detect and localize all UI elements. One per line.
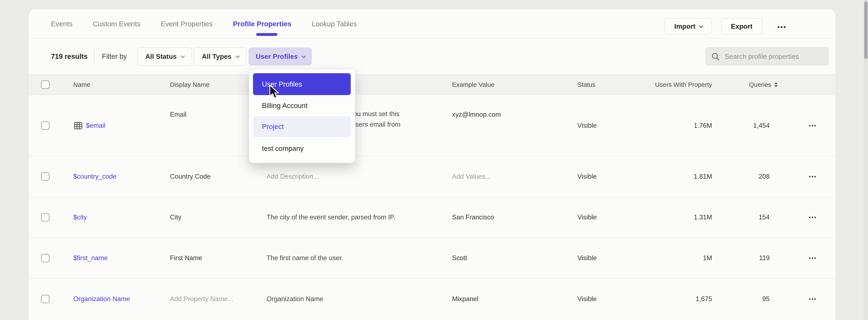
tab-events[interactable]: Events <box>51 20 72 28</box>
description-cell[interactable]: Organization Name <box>267 295 323 303</box>
queries-cell: 1,454 <box>753 122 770 130</box>
sort-icon <box>774 82 778 87</box>
display-name-cell[interactable]: Country Code <box>170 173 211 180</box>
status-cell: Visible <box>578 295 597 303</box>
property-name-cell: $email <box>73 121 105 131</box>
import-label: Import <box>674 23 695 30</box>
chevron-down-icon <box>181 54 185 58</box>
dropdown-item-user-profiles[interactable]: User Profiles <box>253 73 351 95</box>
description-cell[interactable]: The city of the event sender, parsed fro… <box>267 213 395 221</box>
scrollbar-thumb[interactable] <box>864 1 868 59</box>
chevron-down-icon <box>236 54 240 58</box>
profile-type-filter-button[interactable]: User Profiles <box>249 47 312 65</box>
description-cell[interactable]: The first name of the user. <box>267 254 343 262</box>
display-name-cell[interactable]: City <box>170 213 181 221</box>
tab-lookup-tables[interactable]: Lookup Tables <box>312 20 357 28</box>
header-queries[interactable]: Queries <box>749 81 778 88</box>
tab-custom-events[interactable]: Custom Events <box>93 20 141 28</box>
users-with-property-cell: 1.76M <box>694 122 712 130</box>
display-name-cell[interactable]: First Name <box>170 254 202 262</box>
queries-cell: 119 <box>759 254 770 262</box>
dropdown-item-test-company[interactable]: test company <box>253 143 351 154</box>
status-cell: Visible <box>578 122 597 130</box>
table-row: $email Email you must set this d users e… <box>29 95 836 156</box>
type-filter-button[interactable]: All Types <box>194 47 247 66</box>
row-actions-button[interactable]: ••• <box>809 214 817 220</box>
display-name-cell[interactable]: Add Property Name... <box>170 295 233 303</box>
description-cell[interactable]: Add Description... <box>267 173 319 180</box>
queries-cell: 95 <box>763 295 770 303</box>
users-with-property-cell: 1.81M <box>694 173 712 180</box>
header-queries-label: Queries <box>749 81 771 88</box>
status-filter-label: All Status <box>145 52 177 61</box>
example-value-cell[interactable]: San Francisco <box>452 213 494 221</box>
tab-event-properties[interactable]: Event Properties <box>161 20 213 28</box>
example-value-cell[interactable]: Mixpanel <box>452 295 478 303</box>
users-with-property-cell: 1.31M <box>694 213 712 221</box>
search-icon <box>711 52 720 61</box>
tab-bar: Events Custom Events Event Properties Pr… <box>29 9 836 39</box>
status-filter-button[interactable]: All Status <box>137 47 192 66</box>
status-cell: Visible <box>578 213 597 221</box>
row-checkbox[interactable] <box>41 172 50 181</box>
search-box[interactable] <box>705 47 829 66</box>
search-input[interactable] <box>725 52 823 61</box>
chevron-down-icon <box>699 24 703 28</box>
row-actions-button[interactable]: ••• <box>809 123 817 129</box>
row-actions-button[interactable]: ••• <box>809 174 817 180</box>
property-name-link[interactable]: $email <box>86 122 105 130</box>
profile-type-dropdown-menu: User Profiles Billing Account Project te… <box>249 69 355 163</box>
mouse-cursor <box>269 84 279 100</box>
row-checkbox-cell <box>41 254 50 262</box>
display-name-cell[interactable]: Email <box>170 111 187 118</box>
property-name-link[interactable]: $first_name <box>73 254 108 262</box>
header-display-name: Display Name <box>170 81 210 88</box>
tab-profile-properties[interactable]: Profile Properties <box>233 20 291 28</box>
toolbar: Import Export <box>664 18 762 34</box>
lookup-table-icon <box>73 121 83 131</box>
header-users-with-property: Users With Property <box>655 81 712 88</box>
example-value-cell[interactable]: Scott <box>452 254 467 262</box>
type-filter-label: All Types <box>202 52 231 61</box>
filter-by-label: Filter by <box>102 52 127 61</box>
divider <box>94 50 95 63</box>
table-row: $first_name First Name The first name of… <box>29 238 836 279</box>
example-value-cell[interactable]: xyz@lmnop.com <box>452 111 501 118</box>
scrollbar-track[interactable] <box>864 0 868 320</box>
import-button[interactable]: Import <box>664 18 712 34</box>
header-name: Name <box>73 81 90 88</box>
example-value-cell[interactable]: Add Values... <box>452 173 491 180</box>
lexicon-card: Events Custom Events Event Properties Pr… <box>29 9 836 320</box>
row-actions-button[interactable]: ••• <box>809 296 817 302</box>
queries-cell: 208 <box>758 173 770 180</box>
export-button[interactable]: Export <box>721 18 762 34</box>
header-status: Status <box>578 81 595 88</box>
table-row: $country_code Country Code Add Descripti… <box>29 156 836 197</box>
users-with-property-cell: 1,675 <box>695 295 712 303</box>
status-cell: Visible <box>578 173 597 180</box>
row-checkbox-cell <box>41 213 50 221</box>
description-fragment: you must set this <box>350 110 400 118</box>
row-checkbox[interactable] <box>41 254 50 262</box>
row-checkbox[interactable] <box>41 295 50 303</box>
row-checkbox[interactable] <box>41 213 50 221</box>
queries-cell: 154 <box>758 213 770 221</box>
more-options-button[interactable]: ••• <box>777 24 787 31</box>
property-name-link[interactable]: $country_code <box>73 173 116 180</box>
dropdown-item-billing-account[interactable]: Billing Account <box>253 100 351 111</box>
users-with-property-cell: 1M <box>703 254 712 262</box>
row-checkbox[interactable] <box>41 121 50 130</box>
results-count: 719 results <box>51 52 88 61</box>
active-tab-underline <box>256 33 277 36</box>
status-cell: Visible <box>578 254 597 262</box>
row-checkbox-cell <box>41 295 50 303</box>
row-checkbox-cell <box>41 172 50 181</box>
select-all-checkbox[interactable] <box>41 80 50 89</box>
filter-bar: 719 results Filter by All Status All Typ… <box>29 39 836 74</box>
property-name-link[interactable]: $city <box>73 213 87 221</box>
property-name-link[interactable]: Organization Name <box>73 295 130 303</box>
table-row: $city City The city of the event sender,… <box>29 197 836 238</box>
row-actions-button[interactable]: ••• <box>809 255 817 261</box>
dropdown-item-project[interactable]: Project <box>253 116 351 137</box>
row-checkbox-cell <box>41 121 50 130</box>
